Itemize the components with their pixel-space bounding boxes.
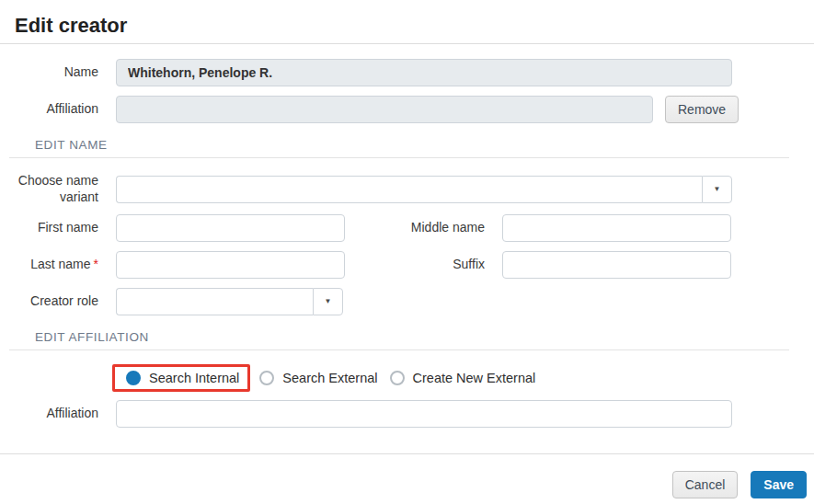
suffix-input[interactable] — [502, 251, 731, 279]
affiliation-top-label: Affiliation — [0, 101, 98, 118]
affiliation-bottom-row: Affiliation — [0, 400, 814, 428]
radio-unselected-icon[interactable] — [390, 371, 405, 385]
name-variant-row: Choose name variant ▼ — [0, 173, 814, 205]
radio-search-internal[interactable]: Search Internal — [126, 371, 239, 385]
affiliation-top-row: Affiliation Remove — [0, 96, 814, 123]
creator-role-combo: ▼ — [116, 288, 343, 315]
middle-name-input[interactable] — [502, 214, 731, 242]
edit-name-section-header: EDIT NAME — [35, 138, 814, 152]
radio-unselected-icon[interactable] — [259, 371, 274, 385]
affiliation-bottom-label: Affiliation — [0, 406, 98, 422]
radio-search-external[interactable]: Search External — [259, 371, 377, 385]
creator-role-dropdown-button[interactable]: ▼ — [313, 288, 343, 315]
affiliation-search-radio-group: Search Internal Search External Create N… — [112, 363, 814, 393]
cancel-button[interactable]: Cancel — [672, 471, 739, 498]
creator-role-label: Creator role — [0, 293, 98, 310]
radio-search-external-label: Search External — [282, 371, 377, 385]
radio-create-new-external-label: Create New External — [413, 371, 536, 385]
radio-search-internal-label: Search Internal — [149, 371, 239, 385]
radio-selected-icon[interactable] — [126, 371, 141, 385]
name-label: Name — [0, 64, 98, 81]
chevron-down-icon: ▼ — [325, 298, 332, 305]
chevron-down-icon: ▼ — [714, 186, 721, 193]
creator-role-row: Creator role ▼ — [0, 288, 814, 315]
edit-name-divider — [9, 157, 789, 158]
last-suffix-row: Last name* Suffix — [0, 251, 814, 279]
required-marker: * — [94, 257, 98, 271]
footer-divider — [0, 453, 814, 454]
first-middle-row: First name Middle name — [0, 214, 814, 242]
name-row: Name — [0, 59, 814, 86]
name-variant-input[interactable] — [116, 176, 702, 203]
edit-affiliation-divider — [9, 349, 789, 350]
name-variant-dropdown-button[interactable]: ▼ — [702, 176, 732, 203]
dialog-title: Edit creator — [0, 0, 814, 43]
remove-button[interactable]: Remove — [665, 96, 739, 123]
last-name-label: Last name* — [0, 257, 98, 273]
edit-affiliation-section-header: EDIT AFFILIATION — [35, 330, 814, 344]
name-variant-combo: ▼ — [116, 176, 732, 203]
annotation-highlight-box: Search Internal — [112, 364, 250, 392]
name-input — [116, 59, 732, 86]
affiliation-top-input — [116, 96, 653, 123]
creator-role-input[interactable] — [116, 288, 313, 315]
name-variant-label: Choose name variant — [0, 173, 98, 205]
save-button[interactable]: Save — [751, 471, 807, 498]
first-name-input[interactable] — [116, 214, 345, 242]
radio-create-new-external[interactable]: Create New External — [390, 371, 536, 385]
suffix-label: Suffix — [345, 257, 485, 273]
affiliation-search-input[interactable] — [116, 400, 732, 428]
first-name-label: First name — [0, 220, 98, 236]
middle-name-label: Middle name — [345, 220, 485, 236]
footer: Cancel Save — [672, 471, 807, 498]
last-name-input[interactable] — [116, 251, 345, 279]
